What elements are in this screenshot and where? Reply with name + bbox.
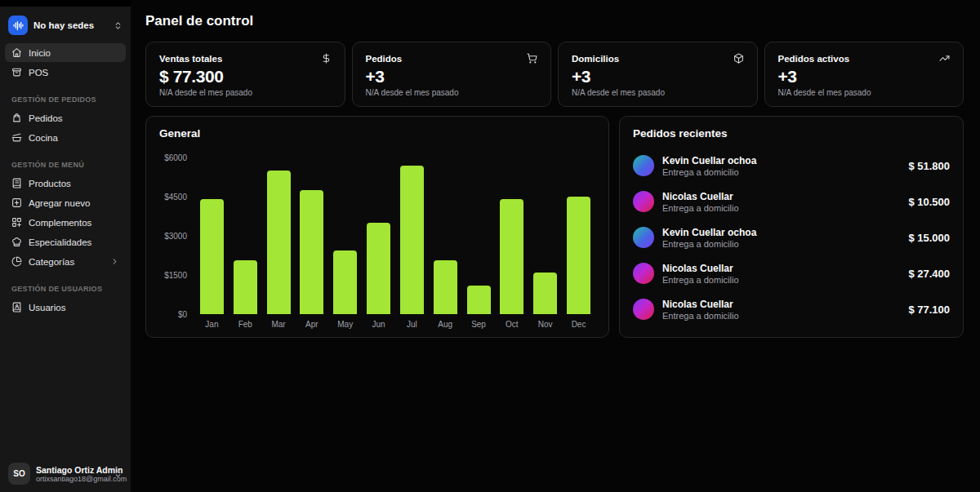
- avatar: [633, 227, 654, 248]
- x-tick: Jun: [362, 320, 395, 329]
- order-delivery-type: Entrega a domicilio: [662, 311, 900, 321]
- org-name: No hay sedes: [33, 20, 108, 30]
- sidebar-item-label: Pedidos: [29, 113, 119, 123]
- order-list-item: Nicolas Cuellar Entrega a domicilio $ 27…: [633, 255, 950, 291]
- order-delivery-type: Entrega a domicilio: [662, 275, 900, 285]
- sidebar-item-label: Agregar nuevo: [29, 198, 119, 208]
- x-tick: Dec: [562, 320, 595, 329]
- x-tick: Feb: [229, 320, 262, 329]
- bar-dec: [567, 197, 590, 314]
- bar-aug: [434, 260, 457, 314]
- sidebar-item-label: Usuarios: [29, 303, 119, 312]
- order-list-item: Nicolas Cuellar Entrega a domicilio $ 77…: [633, 291, 950, 327]
- trending-up-icon: [939, 53, 950, 64]
- stat-title: Pedidos activos: [778, 54, 850, 64]
- order-amount: $ 15.000: [908, 232, 950, 244]
- avatar: SO: [8, 463, 30, 485]
- user-email: ortixsantiago18@gmail.com: [36, 475, 108, 483]
- grid-plus-icon: [11, 217, 22, 228]
- bag-icon: [11, 113, 22, 123]
- nav-section-label: GESTIÓN DE USUARIOS: [11, 285, 119, 293]
- sidebar-item-agregar-nuevo[interactable]: Agregar nuevo: [5, 193, 126, 212]
- x-tick: Nov: [528, 320, 562, 329]
- book-icon: [11, 178, 22, 188]
- avatar: [633, 299, 654, 320]
- sidebar-item-productos[interactable]: Productos: [5, 174, 126, 193]
- avatar: [633, 191, 654, 212]
- main-content: Panel de control Ventas totales $ 77.300…: [131, 0, 980, 492]
- order-customer-name: Nicolas Cuellar: [662, 263, 900, 274]
- order-list-item: Nicolas Cuellar Entrega a domicilio $ 10…: [633, 184, 950, 219]
- bar-apr: [300, 190, 323, 314]
- sidebar-item-label: Cocina: [29, 133, 119, 143]
- order-customer-name: Kevin Cuellar ochoa: [662, 155, 900, 166]
- stat-cards: Ventas totales $ 77.300 N/A desde el mes…: [145, 42, 964, 107]
- sales-bar-chart: General $6000 $4500 $3000 $1500 $0: [145, 116, 609, 338]
- order-customer-name: Kevin Cuellar ochoa: [662, 227, 900, 238]
- bar-jun: [367, 223, 390, 314]
- order-customer-name: Nicolas Cuellar: [662, 191, 900, 202]
- stat-note: N/A desde el mes pasado: [572, 88, 744, 97]
- bar-jul: [400, 166, 424, 314]
- sidebar-item-pos[interactable]: POS: [5, 63, 126, 82]
- stat-value: $ 77.300: [159, 67, 332, 86]
- sidebar-item-especialidades[interactable]: Especialidades: [5, 233, 126, 251]
- home-icon: [11, 47, 22, 58]
- sidebar-item-label: Complementos: [29, 218, 119, 228]
- org-switcher[interactable]: No hay sedes: [5, 11, 126, 42]
- order-list-item: Kevin Cuellar ochoa Entrega a domicilio …: [633, 219, 950, 255]
- book-user-icon: [11, 302, 22, 312]
- x-tick: Apr: [295, 320, 328, 329]
- shopping-cart-icon: [527, 53, 537, 64]
- bar-mar: [267, 171, 291, 314]
- bar-nov: [533, 273, 557, 314]
- order-customer-name: Nicolas Cuellar: [662, 299, 900, 310]
- stat-value: +3: [366, 67, 538, 86]
- x-tick: Jul: [395, 320, 429, 329]
- y-tick: $1500: [164, 271, 187, 280]
- nav-section-label: GESTIÓN DE MENÚ: [11, 161, 119, 169]
- chart-title: General: [159, 127, 595, 140]
- recent-orders-panel: Pedidos recientes Kevin Cuellar ochoa En…: [619, 116, 964, 338]
- sidebar-item-inicio[interactable]: Inicio: [5, 43, 126, 62]
- chart-plot-area: [195, 157, 595, 314]
- user-menu[interactable]: SO Santiago Ortiz Admin ortixsantiago18@…: [5, 461, 126, 486]
- sidebar-item-label: POS: [29, 68, 119, 78]
- bar-jan: [200, 199, 224, 314]
- chevron-right-icon: [110, 257, 119, 266]
- stat-title: Pedidos: [366, 54, 403, 64]
- y-tick: $3000: [164, 232, 187, 241]
- stat-note: N/A desde el mes pasado: [778, 88, 951, 97]
- user-name: Santiago Ortiz Admin: [36, 465, 108, 475]
- sidebar-item-categorias[interactable]: Categorías: [5, 252, 126, 271]
- stat-card-pedidos-activos: Pedidos activos +3 N/A desde el mes pasa…: [764, 42, 964, 107]
- stat-title: Ventas totales: [159, 54, 222, 64]
- sidebar-item-cocina[interactable]: Cocina: [5, 128, 126, 147]
- stat-value: +3: [778, 67, 951, 86]
- avatar: [633, 155, 654, 176]
- stat-note: N/A desde el mes pasado: [159, 88, 332, 97]
- sidebar-item-label: Productos: [29, 179, 119, 188]
- sidebar-item-usuarios[interactable]: Usuarios: [5, 298, 126, 317]
- avatar: [633, 263, 654, 284]
- order-amount: $ 27.400: [908, 268, 950, 280]
- bar-oct: [500, 199, 523, 314]
- sidebar-item-pedidos[interactable]: Pedidos: [5, 109, 126, 127]
- nav-section-label: GESTIÓN DE PEDIDOS: [11, 95, 119, 104]
- sidebar-nav: Inicio POS GESTIÓN DE PEDIDOS Pedidos Co…: [5, 43, 126, 317]
- pie-chart-icon: [11, 256, 22, 267]
- dollar-icon: [321, 53, 332, 64]
- sidebar-item-label: Especialidades: [29, 237, 119, 247]
- x-tick: Mar: [262, 320, 296, 329]
- order-amount: $ 51.800: [908, 160, 950, 172]
- x-tick: May: [328, 320, 362, 329]
- page-title: Panel de control: [145, 13, 964, 29]
- x-tick: Oct: [495, 320, 528, 329]
- sidebar-item-label: Inicio: [29, 48, 119, 58]
- x-tick: Sep: [462, 320, 496, 329]
- sidebar-item-complementos[interactable]: Complementos: [5, 213, 126, 232]
- square-plus-icon: [11, 197, 22, 208]
- sidebar-item-label: Categorías: [29, 257, 104, 267]
- package-icon: [733, 53, 744, 64]
- bar-may: [333, 250, 357, 314]
